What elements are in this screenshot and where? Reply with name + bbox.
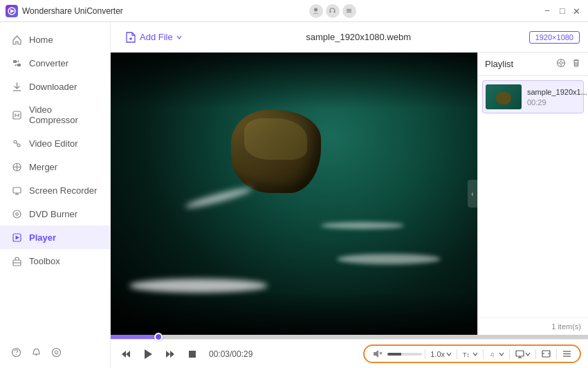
ocean-bottom-gradient [111, 293, 477, 335]
wave-foam-3 [184, 185, 253, 210]
sidebar-item-dvd-burner[interactable]: DVD Burner [0, 202, 110, 226]
svg-marker-43 [122, 351, 126, 358]
mute-button[interactable] [370, 347, 385, 360]
close-button[interactable]: ✕ [573, 6, 582, 16]
svg-point-23 [16, 213, 17, 214]
svg-rect-18 [13, 187, 21, 193]
screen-arrow [525, 351, 531, 357]
minimize-button[interactable]: − [542, 6, 552, 16]
sidebar-label-video-compressor: Video Compressor [29, 104, 99, 125]
video-editor-icon [11, 138, 22, 149]
svg-text:T↕: T↕ [463, 351, 470, 358]
volume-slider[interactable] [387, 353, 422, 356]
screen-button[interactable] [513, 347, 533, 360]
playlist-thumbnail [486, 84, 522, 109]
collapse-playlist-handle[interactable]: ‹ [468, 180, 477, 208]
merger-icon [11, 161, 22, 172]
audio-arrow [499, 351, 504, 357]
user-avatar-icon[interactable] [309, 4, 323, 18]
subtitle-button[interactable]: T↕ [460, 347, 480, 360]
window-controls: − □ ✕ [542, 6, 582, 16]
sidebar-label-toolbox: Toolbox [29, 256, 60, 266]
stop-button[interactable] [184, 346, 201, 362]
svg-point-38 [560, 62, 562, 64]
headset-icon[interactable] [326, 4, 340, 18]
video-compressor-icon [11, 109, 22, 120]
svg-rect-3 [330, 11, 331, 13]
app-body: Home Converter Downloader Video Compress… [0, 22, 588, 368]
svg-rect-48 [189, 351, 196, 358]
svg-line-14 [16, 142, 17, 144]
playlist-toggle-icon [562, 349, 572, 359]
sidebar-item-screen-recorder[interactable]: Screen Recorder [0, 178, 110, 202]
svg-point-33 [55, 351, 55, 352]
divider-1 [425, 349, 425, 359]
title-bar-user-icons [309, 4, 356, 18]
sidebar-item-downloader[interactable]: Downloader [0, 75, 110, 98]
sidebar-item-toolbox[interactable]: Toolbox [0, 249, 110, 273]
svg-marker-44 [126, 351, 130, 358]
help-icon[interactable] [11, 347, 21, 360]
player-area: ‹ Playlist [111, 53, 588, 335]
playlist-item[interactable]: sample_1920x1... 00:29 [482, 80, 584, 113]
forward-button[interactable] [162, 346, 178, 362]
video-container: ‹ [111, 53, 477, 335]
svg-point-13 [17, 144, 20, 147]
subtitle-icon: T↕ [462, 349, 472, 359]
speed-button[interactable]: 1.0x [428, 349, 454, 360]
sidebar-label-video-editor: Video Editor [29, 138, 78, 149]
audio-button[interactable]: ♫ [486, 347, 506, 360]
svg-point-29 [16, 354, 17, 356]
playlist-title: Playlist [485, 59, 513, 69]
playlist-delete-icon[interactable] [571, 58, 581, 70]
playlist-settings-icon[interactable] [556, 58, 566, 70]
right-controls-group: 1.0x T↕ ♫ [363, 344, 581, 363]
sidebar-item-video-editor[interactable]: Video Editor [0, 131, 110, 155]
feedback-icon[interactable] [51, 347, 62, 360]
playlist-toggle-button[interactable] [560, 347, 574, 360]
sidebar-label-screen-recorder: Screen Recorder [29, 185, 97, 196]
aspect-button[interactable] [539, 347, 553, 360]
svg-point-32 [53, 349, 61, 357]
svg-point-34 [57, 351, 58, 352]
sidebar-label-player: Player [29, 232, 56, 243]
progress-fill [111, 335, 158, 339]
rock-element [231, 110, 321, 193]
hamburger-menu-icon[interactable] [342, 4, 356, 18]
add-file-button[interactable]: Add File [119, 28, 188, 46]
svg-rect-4 [334, 11, 336, 13]
sidebar-item-player[interactable]: Player [0, 226, 110, 249]
rewind-button[interactable] [118, 346, 134, 362]
svg-point-2 [314, 8, 318, 12]
progress-handle[interactable] [154, 333, 163, 341]
time-display: 00:03/00:29 [209, 349, 252, 359]
maximize-button[interactable]: □ [558, 6, 567, 16]
sidebar-label-home: Home [29, 35, 53, 45]
sidebar-item-video-compressor[interactable]: Video Compressor [0, 98, 110, 131]
file-title: sample_1920x1080.webm [196, 32, 521, 42]
divider-2 [457, 349, 457, 359]
svg-rect-8 [13, 60, 17, 63]
playlist-count: 1 item(s) [478, 318, 588, 335]
svg-marker-1 [10, 9, 15, 13]
playlist-item-duration: 00:29 [527, 98, 587, 107]
notification-icon[interactable] [31, 347, 42, 360]
divider-6 [556, 349, 557, 359]
toolbox-icon [11, 255, 22, 266]
progress-bar[interactable] [111, 335, 588, 339]
sidebar-item-home[interactable]: Home [0, 28, 110, 51]
converter-icon [11, 57, 22, 68]
aspect-ratio-icon [541, 349, 551, 359]
sidebar-item-merger[interactable]: Merger [0, 155, 110, 178]
sidebar-label-dvd-burner: DVD Burner [29, 209, 77, 219]
wave-foam-2 [337, 254, 441, 264]
main-content: Add File sample_1920x1080.webm 1920×1080 [111, 22, 588, 368]
thumb-rock [496, 92, 511, 104]
resolution-badge: 1920×1080 [529, 31, 580, 44]
sidebar-item-converter[interactable]: Converter [0, 51, 110, 75]
svg-marker-47 [170, 351, 174, 358]
play-button[interactable] [140, 346, 156, 362]
sidebar-label-merger: Merger [29, 162, 57, 172]
playlist-header-icons [556, 58, 581, 70]
svg-marker-25 [15, 235, 19, 239]
